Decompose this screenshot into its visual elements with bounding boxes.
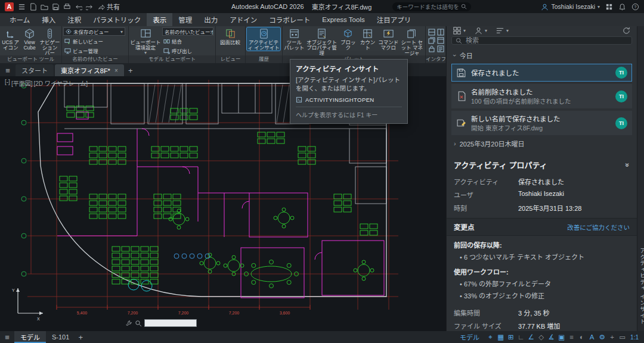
tile-horizontal-icon[interactable] (428, 29, 435, 36)
command-customize-wrench-icon[interactable] (125, 320, 132, 327)
menu-tab-9[interactable]: Express Tools (316, 13, 370, 26)
polar-tracking-icon[interactable]: ∠ (526, 333, 536, 341)
menu-tab-2[interactable]: 注釈 (61, 13, 87, 26)
viewport-minus-control[interactable]: [-] (5, 79, 10, 88)
menu-tab-10[interactable]: 注目アプリ (371, 13, 417, 26)
refresh-button[interactable] (622, 26, 631, 35)
menu-tab-3[interactable]: パラメトリック (87, 13, 147, 26)
tool-palettes-button[interactable]: ツール パレット (284, 27, 305, 55)
help-search-box[interactable]: キーワードまたは語句を入力 (392, 2, 471, 11)
menu-tab-4[interactable]: 表示 (147, 13, 172, 26)
tooltip-help-hint: ヘルプを表示するには F1 キー (296, 110, 402, 119)
user-filter-button[interactable]: ▾ (474, 26, 487, 35)
menu-tab-7[interactable]: アドイン (224, 13, 263, 26)
history-item-saveas[interactable]: 新しい名前で保存されました 開始 東京オフィス8F.dwg TI (451, 111, 632, 135)
autocad-logo-icon[interactable]: A (5, 2, 14, 11)
new-file-icon[interactable] (29, 3, 37, 11)
ucs-icon-button[interactable]: UCS アイコン (1, 27, 20, 55)
cascade-windows-icon[interactable] (428, 37, 435, 44)
redo-icon[interactable] (86, 3, 94, 11)
new-tab-button[interactable]: + (125, 64, 136, 76)
grid-icon[interactable]: ⊞ (506, 333, 516, 341)
layout-tabs-menu-icon[interactable]: ≡ (0, 333, 14, 342)
restore-viewport-button[interactable]: 呼び出し (162, 46, 213, 55)
command-search-icon[interactable] (135, 320, 142, 327)
chevron-right-icon: › (454, 140, 456, 147)
view-options-button[interactable]: ▾ (453, 26, 466, 35)
join-viewports-button[interactable]: 結合 (162, 37, 213, 45)
menu-tab-1[interactable]: 挿入 (36, 13, 61, 26)
avatar[interactable]: TI (615, 117, 627, 129)
annotation-scale-value[interactable]: 1:1 (630, 334, 639, 341)
activity-insight-button[interactable]: アクティビティ インサイト (247, 27, 280, 51)
plot-icon[interactable] (63, 3, 71, 11)
transparency-icon[interactable]: ◐ (577, 333, 587, 341)
section-today[interactable]: › 今日 (447, 48, 637, 63)
feedback-link[interactable]: 改善にご協力ください (567, 223, 630, 232)
new-layout-button[interactable]: + (75, 333, 86, 342)
close-tab-icon[interactable]: × (114, 67, 118, 74)
avatar[interactable]: TI (615, 91, 627, 102)
blocks-palette-button[interactable]: ブロック (339, 27, 357, 55)
new-view-button[interactable]: 新しいビュー (63, 37, 127, 45)
notifications-bell-icon[interactable] (618, 3, 626, 11)
sort-options-button[interactable]: ▾ (496, 26, 509, 35)
object-snap-icon[interactable]: ▣ (556, 333, 566, 341)
viewport-visual-style-control[interactable]: [2D ワイヤフレーム] (33, 79, 88, 88)
menu-tab-5[interactable]: 管理 (172, 13, 198, 26)
file-tabs-menu-icon[interactable]: ≡ (1, 64, 14, 76)
share-icon (98, 3, 105, 10)
tile-vertical-icon[interactable] (437, 29, 444, 36)
collapse-properties-icon[interactable]: » (624, 163, 632, 167)
drawing-compare-button[interactable]: 図面比較 (217, 27, 243, 45)
osnap-tracking-icon[interactable]: ∡ (546, 333, 556, 341)
named-viewport-combo[interactable]: 名前の付いたビューポート ▾ (162, 27, 213, 36)
activity-insights-palette-tab[interactable]: アクティビティ インサイト (637, 26, 644, 331)
app-menu-icon[interactable] (18, 3, 26, 11)
menu-tab-6[interactable]: 出力 (198, 13, 224, 26)
save-icon[interactable] (52, 3, 60, 11)
navigation-bar-button[interactable]: ナビゲーション バー (39, 27, 60, 55)
view-manager-button[interactable]: ビュー管理 (63, 46, 127, 55)
blue-chairs-layer (174, 254, 210, 258)
sheet-set-manager-button[interactable]: シート セット マネージャ (400, 27, 424, 55)
model-space-toggle[interactable]: モデル (460, 332, 479, 342)
viewcube-button[interactable]: View Cube (21, 27, 38, 55)
text-window-icon[interactable] (437, 45, 444, 52)
menu-tab-0[interactable]: ホーム (4, 13, 36, 26)
viewport-config-button[interactable]: ビューポート環境設定 ▾ (130, 27, 161, 55)
isodraft-icon[interactable]: ◇ (536, 333, 546, 341)
annotation-monitor-icon[interactable]: + (607, 333, 617, 341)
tab-layout-s101[interactable]: S-101 (46, 331, 75, 343)
section-older-date[interactable]: › 2025年3月20日木曜日 (447, 136, 637, 151)
tab-model[interactable]: モデル (14, 331, 46, 343)
tab-document[interactable]: 東京オフィス8F* × (55, 64, 124, 76)
menu-tab-8[interactable]: コラボレート (263, 13, 316, 26)
properties-palette-button[interactable]: オブジェクト プロパティ管理 (306, 27, 338, 55)
snap-mode-icon[interactable]: ▦ (496, 333, 506, 341)
avatar[interactable]: TI (615, 67, 627, 79)
infer-constraints-icon[interactable]: ⌖ (485, 333, 496, 341)
autodesk-apps-icon[interactable] (605, 3, 613, 11)
count-palette-button[interactable]: カウント (358, 27, 377, 55)
command-input[interactable] (144, 319, 197, 327)
undo-icon[interactable] (75, 3, 82, 11)
command-macros-button[interactable]: コマンド マクロ (378, 27, 399, 55)
help-icon[interactable]: ? (631, 3, 639, 11)
history-item-saved[interactable]: 保存されました TI (451, 64, 632, 82)
switch-windows-icon[interactable] (437, 37, 444, 44)
annotation-scale-icon[interactable]: A (587, 333, 597, 341)
ortho-mode-icon[interactable]: ∟ (516, 333, 526, 341)
lock-ui-icon[interactable] (428, 45, 435, 52)
activity-search-input[interactable] (466, 37, 628, 44)
viewport-view-control[interactable]: [平面図] (11, 79, 33, 88)
tab-start[interactable]: スタート (16, 64, 54, 76)
history-item-purged[interactable]: 名前削除されました 100 個の項目が名前削除されました TI (451, 84, 632, 108)
user-account-button[interactable]: Toshiaki Isezaki ▾ (541, 3, 600, 11)
clean-screen-icon[interactable]: ▭ (617, 333, 627, 341)
share-button[interactable]: 共有 (98, 2, 120, 11)
open-file-icon[interactable] (41, 3, 48, 11)
view-list-combo[interactable]: 未保存のビュー ▾ (63, 27, 125, 36)
lineweight-icon[interactable]: ≡ (566, 333, 577, 341)
workspace-icon[interactable]: ⚙ (597, 333, 607, 341)
